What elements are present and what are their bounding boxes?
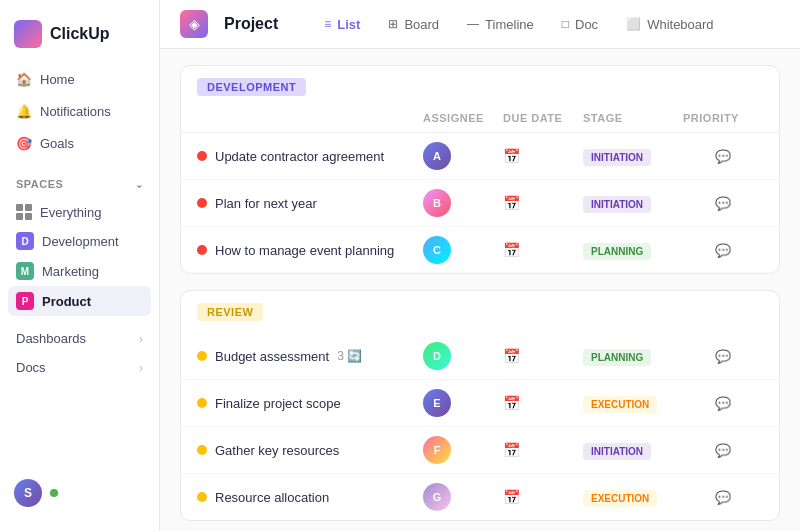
task-name: Plan for next year: [197, 196, 423, 211]
sidebar-item-product[interactable]: P Product: [8, 286, 151, 316]
sidebar: ClickUp 🏠 Home 🔔 Notifications 🎯 Goals S…: [0, 0, 160, 531]
sidebar-item-notifications[interactable]: 🔔 Notifications: [8, 96, 151, 126]
spaces-label: Spaces: [16, 178, 63, 190]
comment-icon: 💬: [683, 396, 763, 411]
board-icon: ⊞: [388, 17, 398, 31]
everything-icon: [16, 204, 32, 220]
col-priority: PRIORITY: [683, 112, 763, 124]
group-header-review: REVIEW: [181, 291, 779, 333]
col-task: [197, 112, 423, 124]
assignee-avatar: F: [423, 436, 451, 464]
sidebar-item-label: Product: [42, 294, 91, 309]
user-avatar[interactable]: S: [14, 479, 42, 507]
stage-badge: INITIATION: [583, 149, 651, 166]
tab-label: Doc: [575, 17, 598, 32]
task-status-dot: [197, 445, 207, 455]
sidebar-item-development[interactable]: D Development: [8, 226, 151, 256]
comment-icon: 💬: [683, 196, 763, 211]
col-assignee: ASSIGNEE: [423, 112, 503, 124]
online-status-indicator: [50, 489, 58, 497]
chevron-right-icon: ›: [139, 332, 143, 346]
sidebar-item-label: Dashboards: [16, 331, 86, 346]
assignee-avatar: G: [423, 483, 451, 511]
comment-icon: 💬: [683, 149, 763, 164]
list-icon: ≡: [324, 17, 331, 31]
tab-label: Whiteboard: [647, 17, 713, 32]
sidebar-item-label: Development: [42, 234, 119, 249]
task-status-dot: [197, 245, 207, 255]
chevron-right-icon: ›: [139, 361, 143, 375]
task-title: Update contractor agreement: [215, 149, 384, 164]
space-color-icon: P: [16, 292, 34, 310]
tab-board[interactable]: ⊞ Board: [374, 11, 453, 38]
spaces-header: Spaces ⌄: [8, 174, 151, 194]
group-development: DEVELOPMENT ASSIGNEE DUE DATE STAGE PRIO…: [180, 65, 780, 274]
due-date-icon: 📅: [503, 442, 583, 458]
comment-icon: 💬: [683, 490, 763, 505]
due-date-icon: 📅: [503, 195, 583, 211]
home-icon: 🏠: [16, 71, 32, 87]
tab-label: List: [337, 17, 360, 32]
table-row[interactable]: Plan for next year B 📅 INITIATION 💬: [181, 180, 779, 227]
table-row[interactable]: Resource allocation G 📅 EXECUTION 💬: [181, 474, 779, 520]
sidebar-item-label: Docs: [16, 360, 46, 375]
sidebar-item-marketing[interactable]: M Marketing: [8, 256, 151, 286]
group-label: REVIEW: [197, 303, 263, 321]
task-name: Finalize project scope: [197, 396, 423, 411]
main-content: ◈ Project ≡ List ⊞ Board — Timeline □ Do…: [160, 0, 800, 531]
tab-list[interactable]: ≡ List: [310, 11, 374, 38]
task-meta: 3 🔄: [337, 349, 362, 363]
tab-label: Timeline: [485, 17, 534, 32]
sidebar-item-goals[interactable]: 🎯 Goals: [8, 128, 151, 158]
task-name: Resource allocation: [197, 490, 423, 505]
sidebar-item-docs[interactable]: Docs ›: [8, 353, 151, 382]
logo-icon: [14, 20, 42, 48]
tab-label: Board: [404, 17, 439, 32]
sidebar-nav: 🏠 Home 🔔 Notifications 🎯 Goals: [0, 64, 159, 158]
goals-icon: 🎯: [16, 135, 32, 151]
sidebar-item-home[interactable]: 🏠 Home: [8, 64, 151, 94]
sidebar-item-label: Home: [40, 72, 75, 87]
stage-badge: PLANNING: [583, 243, 651, 260]
sidebar-item-label: Everything: [40, 205, 101, 220]
project-icon: ◈: [180, 10, 208, 38]
due-date-icon: 📅: [503, 489, 583, 505]
due-date-icon: 📅: [503, 242, 583, 258]
due-date-icon: 📅: [503, 148, 583, 164]
table-row[interactable]: How to manage event planning C 📅 PLANNIN…: [181, 227, 779, 273]
task-title: Gather key resources: [215, 443, 339, 458]
table-row[interactable]: Budget assessment 3 🔄 D 📅 PLANNING 💬: [181, 333, 779, 380]
task-list-content: DEVELOPMENT ASSIGNEE DUE DATE STAGE PRIO…: [160, 49, 800, 531]
group-label: DEVELOPMENT: [197, 78, 306, 96]
task-name: Gather key resources: [197, 443, 423, 458]
comment-icon: 💬: [683, 243, 763, 258]
space-color-icon: D: [16, 232, 34, 250]
assignee-avatar: E: [423, 389, 451, 417]
doc-icon: □: [562, 17, 569, 31]
due-date-icon: 📅: [503, 348, 583, 364]
tab-doc[interactable]: □ Doc: [548, 11, 612, 38]
table-row[interactable]: Gather key resources F 📅 INITIATION 💬: [181, 427, 779, 474]
chevron-down-icon: ⌄: [135, 179, 144, 190]
logo-text: ClickUp: [50, 25, 110, 43]
logo: ClickUp: [0, 12, 159, 64]
sidebar-item-everything[interactable]: Everything: [8, 198, 151, 226]
group-header-development: DEVELOPMENT: [181, 66, 779, 108]
table-row[interactable]: Finalize project scope E 📅 EXECUTION 💬: [181, 380, 779, 427]
table-row[interactable]: Update contractor agreement A 📅 INITIATI…: [181, 133, 779, 180]
stage-badge: INITIATION: [583, 196, 651, 213]
task-name: Budget assessment 3 🔄: [197, 349, 423, 364]
task-title: How to manage event planning: [215, 243, 394, 258]
sidebar-item-dashboards[interactable]: Dashboards ›: [8, 324, 151, 353]
due-date-icon: 📅: [503, 395, 583, 411]
assignee-avatar: B: [423, 189, 451, 217]
project-title: Project: [224, 15, 278, 33]
tab-whiteboard[interactable]: ⬜ Whiteboard: [612, 11, 727, 38]
spaces-section: Spaces ⌄ Everything D Development M Mark…: [0, 174, 159, 316]
task-status-dot: [197, 351, 207, 361]
space-color-icon: M: [16, 262, 34, 280]
task-name: How to manage event planning: [197, 243, 423, 258]
task-title: Resource allocation: [215, 490, 329, 505]
stage-badge: EXECUTION: [583, 490, 657, 507]
tab-timeline[interactable]: — Timeline: [453, 11, 548, 38]
